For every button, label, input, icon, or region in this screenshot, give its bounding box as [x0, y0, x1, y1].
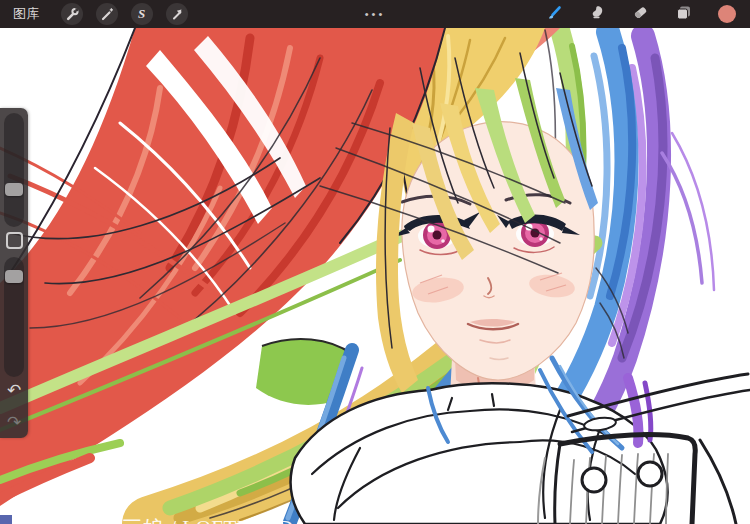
modify-button[interactable] [6, 232, 23, 249]
artist-watermark: 邪气冲天小三娘 / LOFTER ID: [14, 514, 300, 524]
watermark-stamp [0, 515, 12, 524]
layers-icon [675, 4, 692, 25]
transform-button[interactable] [166, 3, 188, 25]
eraser-tool-button[interactable] [632, 4, 649, 25]
layers-button[interactable] [675, 4, 692, 25]
canvas-artwork [0, 28, 750, 524]
wrench-icon [65, 7, 79, 21]
brush-sidebar: ↶ ↷ [0, 108, 28, 438]
redo-icon: ↷ [7, 414, 21, 431]
undo-button[interactable]: ↶ [0, 380, 28, 400]
brush-size-handle[interactable] [5, 183, 23, 196]
drawing-canvas[interactable]: 邪气冲天小三娘 / LOFTER ID: [0, 28, 750, 524]
paint-tools [546, 0, 750, 28]
brush-icon [546, 4, 563, 25]
selection-button[interactable]: S [131, 3, 153, 25]
adjustments-button[interactable] [96, 3, 118, 25]
redo-button[interactable]: ↷ [0, 412, 28, 432]
procreate-window: 邪气冲天小三娘 / LOFTER ID: 图库 S [0, 0, 750, 524]
smudge-tool-button[interactable] [589, 4, 606, 25]
magic-wand-icon [100, 7, 114, 21]
eraser-icon [632, 4, 649, 25]
undo-icon: ↶ [7, 382, 21, 399]
color-swatch [718, 5, 736, 23]
transform-arrow-icon [170, 7, 184, 21]
opacity-handle[interactable] [5, 270, 23, 283]
selection-s-icon: S [138, 7, 145, 20]
top-toolbar: 图库 S [0, 0, 750, 28]
gallery-button[interactable]: 图库 [13, 5, 40, 23]
brush-tool-button[interactable] [546, 4, 563, 25]
color-button[interactable] [718, 5, 736, 23]
smudge-finger-icon [589, 4, 606, 25]
actions-button[interactable] [61, 3, 83, 25]
brush-size-slider[interactable] [4, 113, 24, 227]
